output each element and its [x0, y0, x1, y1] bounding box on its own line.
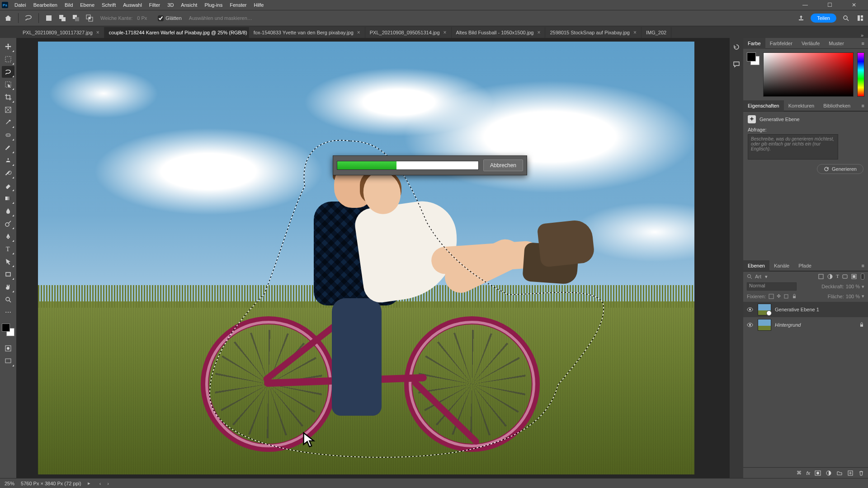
- comments-panel-icon[interactable]: [732, 60, 741, 69]
- layer-filter-kind[interactable]: Art ▾: [747, 274, 814, 280]
- menu-plugins[interactable]: Plug-ins: [201, 0, 226, 10]
- filter-pixel-icon[interactable]: [818, 273, 824, 280]
- close-icon[interactable]: ×: [357, 29, 360, 36]
- tool-lasso[interactable]: [2, 66, 14, 78]
- search-icon[interactable]: [841, 13, 851, 23]
- status-prev-icon[interactable]: ‹: [99, 481, 101, 486]
- tool-rectangle[interactable]: [2, 268, 14, 280]
- selection-subtract-icon[interactable]: [71, 13, 81, 23]
- document-tab[interactable]: PXL_20210908_095051314.jpg×: [365, 27, 452, 38]
- tool-zoom[interactable]: [2, 294, 14, 305]
- lock-pixels-icon[interactable]: [769, 294, 774, 299]
- zoom-level[interactable]: 25%: [5, 481, 14, 486]
- group-icon[interactable]: [836, 470, 843, 476]
- window-maximize-icon[interactable]: ☐: [822, 2, 837, 8]
- panel-tab-pfade[interactable]: Pfade: [794, 260, 816, 271]
- tool-blur[interactable]: [2, 205, 14, 217]
- layer-thumbnail[interactable]: [758, 304, 771, 315]
- cloud-docs-icon[interactable]: [796, 13, 806, 23]
- tool-brush[interactable]: [2, 142, 14, 154]
- panel-menu-icon[interactable]: ≡: [858, 41, 868, 46]
- tool-eraser[interactable]: [2, 180, 14, 192]
- tool-frame[interactable]: [2, 104, 14, 116]
- delete-layer-icon[interactable]: [858, 470, 864, 476]
- workspace-switcher-icon[interactable]: [855, 13, 865, 23]
- panel-tab-kanaele[interactable]: Kanäle: [769, 260, 794, 271]
- close-icon[interactable]: ×: [633, 29, 637, 36]
- cancel-button[interactable]: Abbrechen: [483, 160, 523, 171]
- tool-clone-stamp[interactable]: [2, 155, 14, 166]
- home-icon[interactable]: [3, 13, 14, 23]
- filter-type-icon[interactable]: T: [836, 273, 839, 280]
- selection-new-icon[interactable]: [43, 13, 54, 23]
- tool-object-select[interactable]: [2, 79, 14, 90]
- menu-hilfe[interactable]: Hilfe: [250, 0, 267, 10]
- filter-adjust-icon[interactable]: [827, 273, 833, 280]
- filter-toggle-switch[interactable]: [861, 273, 864, 280]
- layer-row[interactable]: Generative Ebene 1: [743, 302, 868, 317]
- layer-thumbnail[interactable]: [758, 319, 771, 331]
- fg-bg-swatches[interactable]: [747, 52, 760, 97]
- lock-all-icon[interactable]: [792, 294, 797, 299]
- tool-edit-toolbar[interactable]: ⋯: [2, 306, 14, 318]
- feather-value[interactable]: 0 Px: [137, 15, 155, 21]
- panel-tab-verlaeufe[interactable]: Verläufe: [797, 38, 824, 49]
- layer-name[interactable]: Hintergrund: [775, 322, 855, 328]
- antialias-toggle[interactable]: Glätten: [158, 15, 181, 21]
- panel-tab-korrekturen[interactable]: Korrekturen: [784, 100, 819, 111]
- close-icon[interactable]: ×: [443, 29, 447, 36]
- tool-history-brush[interactable]: [2, 167, 14, 179]
- panel-tab-muster[interactable]: Muster: [824, 38, 849, 49]
- menu-datei[interactable]: Datei: [11, 0, 30, 10]
- lock-artboard-icon[interactable]: [783, 294, 789, 299]
- fill-value[interactable]: 100 %: [846, 294, 860, 299]
- tool-crop[interactable]: [2, 91, 14, 103]
- layer-row[interactable]: Hintergrund: [743, 317, 868, 333]
- menu-ebene[interactable]: Ebene: [76, 0, 98, 10]
- layer-fx-icon[interactable]: fx: [806, 470, 810, 476]
- new-layer-icon[interactable]: [847, 470, 854, 476]
- tool-path-select[interactable]: [2, 256, 14, 267]
- panel-tab-farbe[interactable]: Farbe: [743, 38, 765, 49]
- document-tab[interactable]: PXL_20210809_100117327.jpg×: [18, 27, 104, 38]
- tool-move[interactable]: [2, 41, 14, 52]
- status-next-icon[interactable]: ›: [107, 481, 109, 486]
- tool-pen[interactable]: [2, 230, 14, 242]
- close-icon[interactable]: ×: [96, 29, 99, 36]
- document-tab[interactable]: Altes Bild Fussball - 1050x1500.jpg×: [452, 27, 546, 38]
- screen-mode-icon[interactable]: [2, 355, 14, 367]
- color-picker-field[interactable]: [763, 52, 854, 97]
- panel-tab-farbfelder[interactable]: Farbfelder: [765, 38, 797, 49]
- panel-menu-icon[interactable]: ≡: [858, 263, 868, 268]
- prompt-input[interactable]: Beschreibe, was du generieren möchtest, …: [748, 134, 838, 160]
- layer-mask-icon[interactable]: [815, 470, 821, 476]
- menu-auswahl[interactable]: Auswahl: [119, 0, 146, 10]
- tool-dodge[interactable]: [2, 218, 14, 230]
- menu-fenster[interactable]: Fenster: [226, 0, 250, 10]
- panel-menu-icon[interactable]: ≡: [858, 103, 868, 108]
- share-button[interactable]: Teilen: [811, 14, 836, 23]
- tool-type[interactable]: T: [2, 243, 14, 255]
- tool-eyedropper[interactable]: [2, 117, 14, 128]
- document-tab[interactable]: 2598015 StockSnap auf Pixabay.jpg×: [545, 27, 642, 38]
- hue-slider[interactable]: [857, 52, 864, 97]
- panel-tab-eigenschaften[interactable]: Eigenschaften: [743, 100, 784, 111]
- menu-3d[interactable]: 3D: [164, 0, 177, 10]
- window-minimize-icon[interactable]: —: [797, 2, 813, 8]
- selection-intersect-icon[interactable]: [84, 13, 95, 23]
- blend-mode-select[interactable]: Normal: [747, 282, 797, 291]
- status-caret-icon[interactable]: ▸: [88, 480, 90, 486]
- layer-name[interactable]: Generative Ebene 1: [775, 307, 864, 312]
- opacity-value[interactable]: 100 %: [846, 284, 860, 289]
- visibility-icon[interactable]: [747, 322, 754, 328]
- visibility-icon[interactable]: [747, 306, 754, 313]
- panel-tab-ebenen[interactable]: Ebenen: [743, 260, 769, 271]
- history-panel-icon[interactable]: [732, 42, 741, 52]
- antialias-checkbox[interactable]: [158, 15, 164, 21]
- document-tab[interactable]: fox-1540833 Yvette van den Berg pixabay.…: [249, 27, 365, 38]
- select-and-mask-button[interactable]: Auswählen und maskieren…: [189, 15, 252, 21]
- foreground-background-swatches[interactable]: [2, 324, 14, 336]
- lock-icon[interactable]: [859, 322, 864, 328]
- menu-bearbeiten[interactable]: Bearbeiten: [30, 0, 61, 10]
- tab-overflow-icon[interactable]: »: [856, 33, 868, 38]
